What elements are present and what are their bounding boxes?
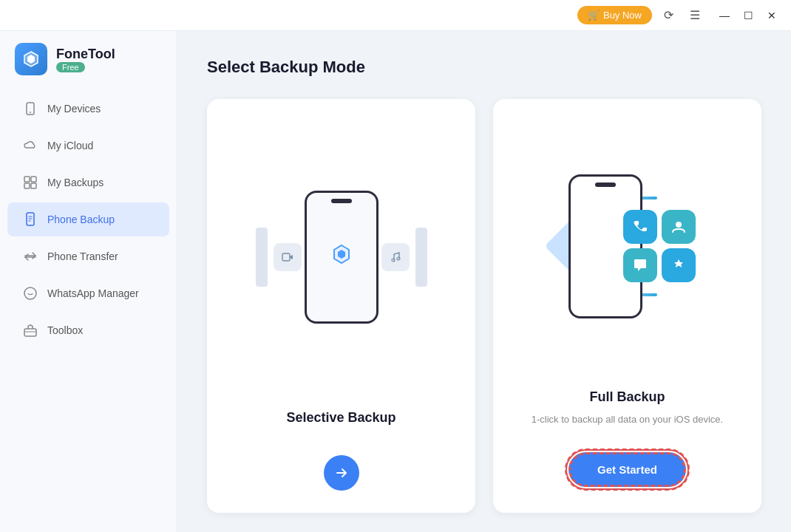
sidebar-label-phone-transfer: Phone Transfer <box>47 250 118 262</box>
video-icon <box>274 243 302 271</box>
minimize-button[interactable]: — <box>714 5 735 26</box>
sidebar-item-phone-backup[interactable]: Phone Backup <box>7 202 169 236</box>
icloud-icon <box>22 137 38 154</box>
appstore-icon <box>662 248 696 282</box>
phone-frame <box>305 191 378 324</box>
app-name: FoneTool <box>56 47 115 62</box>
sidebar-label-my-backups: My Backups <box>47 177 103 188</box>
sidebar-item-my-backups[interactable]: My Backups <box>7 166 169 200</box>
message-app-icon <box>623 248 657 282</box>
sidebar-label-phone-backup: Phone Backup <box>47 214 115 225</box>
buy-now-label: Buy Now <box>603 10 642 21</box>
selective-arrow-button[interactable] <box>324 455 359 491</box>
svg-rect-9 <box>282 253 290 261</box>
app-icons-grid <box>623 210 696 282</box>
toolbox-icon <box>22 322 38 338</box>
svg-point-12 <box>676 222 682 228</box>
full-illustration <box>568 174 642 318</box>
whatsapp-icon <box>22 285 38 301</box>
selective-illustration <box>256 191 427 324</box>
sidebar-item-whatsapp-manager[interactable]: WhatsApp Manager <box>7 276 169 310</box>
menu-icon[interactable]: ☰ <box>685 5 705 26</box>
full-backup-card: Full Backup 1-click to backup all data o… <box>493 99 761 513</box>
sidebar-label-my-devices: My Devices <box>47 103 101 115</box>
svg-point-1 <box>30 112 31 113</box>
phone-notch <box>331 199 352 203</box>
window-controls: — ☐ ✕ <box>714 5 782 26</box>
sidebar-item-my-devices[interactable]: My Devices <box>7 92 169 126</box>
cart-icon: 🛒 <box>588 10 600 21</box>
full-desc: 1-click to backup all data on your iOS d… <box>532 412 723 427</box>
svg-rect-8 <box>24 329 36 336</box>
logo-area: FoneTool Free <box>0 43 177 90</box>
transfer-icon <box>22 248 38 265</box>
full-visual <box>515 121 739 372</box>
sidebar-label-toolbox: Toolbox <box>47 324 83 336</box>
left-bracket <box>256 228 268 287</box>
svg-rect-3 <box>31 177 36 182</box>
settings-icon[interactable]: ⟳ <box>658 5 679 26</box>
backups-icon <box>22 174 38 191</box>
close-button[interactable]: ✕ <box>761 5 782 26</box>
svg-rect-2 <box>24 177 30 182</box>
svg-point-11 <box>397 257 400 260</box>
get-started-wrapper: Get Started <box>565 449 690 491</box>
app-logo <box>15 43 47 75</box>
selective-title: Selective Backup <box>286 410 396 426</box>
phone-app-icon <box>623 210 657 244</box>
full-title: Full Backup <box>589 389 665 405</box>
sidebar: FoneTool Free My Devices My iCloud <box>0 31 177 532</box>
maximize-button[interactable]: ☐ <box>738 5 758 26</box>
title-bar: 🛒 Buy Now ⟳ ☰ — ☐ ✕ <box>0 0 791 31</box>
sidebar-item-my-icloud[interactable]: My iCloud <box>7 129 169 163</box>
sidebar-item-phone-transfer[interactable]: Phone Transfer <box>7 239 169 273</box>
svg-point-7 <box>24 287 36 299</box>
main-content: Select Backup Mode <box>177 31 791 532</box>
free-badge: Free <box>56 62 85 72</box>
sidebar-item-toolbox[interactable]: Toolbox <box>7 313 169 347</box>
fonetool-center-icon <box>328 241 355 273</box>
music-icon <box>381 243 410 271</box>
svg-rect-5 <box>31 183 36 188</box>
app-container: FoneTool Free My Devices My iCloud <box>0 31 791 532</box>
devices-icon <box>22 100 38 117</box>
phone-backup-icon <box>22 211 38 228</box>
get-started-button[interactable]: Get Started <box>568 452 686 487</box>
svg-point-10 <box>392 259 395 262</box>
contact-app-icon <box>662 210 696 244</box>
selective-visual <box>229 121 453 392</box>
right-bracket <box>415 228 427 287</box>
full-phone-notch <box>595 183 616 187</box>
selective-backup-card: Selective Backup <box>207 99 475 513</box>
logo-text: FoneTool Free <box>56 47 115 72</box>
sidebar-label-whatsapp: WhatsApp Manager <box>47 287 139 299</box>
cards-container: Selective Backup <box>207 99 761 513</box>
buy-now-button[interactable]: 🛒 Buy Now <box>577 6 652 24</box>
page-title: Select Backup Mode <box>207 58 761 77</box>
svg-rect-4 <box>24 183 30 188</box>
sidebar-label-my-icloud: My iCloud <box>47 140 93 151</box>
